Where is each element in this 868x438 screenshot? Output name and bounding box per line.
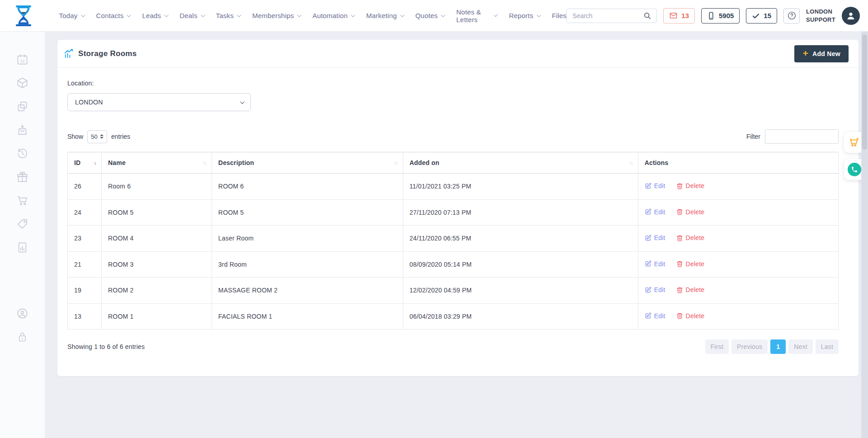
sidebar-item-purchases[interactable] <box>16 124 28 136</box>
sidebar-item-rooms[interactable] <box>16 100 28 113</box>
nav-label: Deals <box>179 12 197 19</box>
nav-item-memberships[interactable]: Memberships <box>252 12 300 19</box>
nav-item-automation[interactable]: Automation <box>312 12 354 19</box>
delete-button[interactable]: Delete <box>676 286 705 293</box>
delete-button[interactable]: Delete <box>676 260 705 268</box>
chevron-down-icon <box>164 13 169 17</box>
nav-item-today[interactable]: Today <box>59 12 84 19</box>
cell-id: 23 <box>68 226 102 252</box>
pagination-previous[interactable]: Previous <box>731 339 768 354</box>
delete-button[interactable]: Delete <box>676 312 705 320</box>
nav-label: Files <box>552 12 567 19</box>
trash-icon <box>676 183 683 189</box>
sidebar-item-account[interactable] <box>16 307 28 320</box>
delete-label: Delete <box>686 234 705 241</box>
help-button[interactable] <box>783 8 800 24</box>
chevron-down-icon <box>400 13 405 17</box>
pagination-page-1[interactable]: 1 <box>770 339 786 354</box>
sidebar-item-history[interactable] <box>16 147 28 160</box>
sidebar-item-shop[interactable] <box>16 194 28 207</box>
cell-description: MASSAGE ROOM 2 <box>212 278 403 304</box>
table-row: 19ROOM 2MASSAGE ROOM 212/02/2020 04:59 P… <box>68 278 839 304</box>
cell-actions: EditDelete <box>638 251 838 278</box>
edit-button[interactable]: Edit <box>645 234 665 241</box>
sidebar-item-security[interactable] <box>16 331 28 343</box>
search-button[interactable] <box>642 10 653 21</box>
edit-icon <box>645 208 651 215</box>
table-row: 26Room 6ROOM 611/01/2021 03:25 PMEditDel… <box>68 174 839 200</box>
sidebar-item-reports[interactable] <box>16 241 28 254</box>
sidebar-item-gift-cards[interactable] <box>16 171 28 183</box>
cell-name: ROOM 1 <box>102 303 212 330</box>
scrollbar-thumb[interactable] <box>862 34 867 150</box>
envelope-icon <box>669 11 678 20</box>
cell-name: Room 6 <box>102 174 212 200</box>
nav-item-notes-letters[interactable]: Notes & Letters <box>456 8 496 24</box>
vertical-scrollbar[interactable] <box>861 32 868 438</box>
edit-button[interactable]: Edit <box>645 208 665 216</box>
report-icon <box>16 241 28 254</box>
tasks-count: 15 <box>764 12 771 19</box>
user-name-line1: LONDON <box>806 8 835 16</box>
location-select[interactable]: LONDON <box>67 93 251 111</box>
page-length-value: 50 <box>91 133 97 140</box>
nav-item-contacts[interactable]: Contacts <box>96 12 130 19</box>
cell-id: 26 <box>68 174 102 200</box>
tasks-badge[interactable]: 15 <box>746 8 777 24</box>
nav-item-reports[interactable]: Reports <box>509 12 540 19</box>
avatar[interactable] <box>842 7 860 25</box>
nav-label: Leads <box>142 12 161 19</box>
edit-label: Edit <box>654 312 665 320</box>
delete-button[interactable]: Delete <box>676 234 705 241</box>
edit-label: Edit <box>654 260 665 268</box>
delete-button[interactable]: Delete <box>676 182 705 189</box>
column-header-description[interactable]: Description↑↓ <box>212 152 403 174</box>
trash-icon <box>676 312 683 319</box>
column-header-id[interactable]: ID↑↓ <box>68 152 102 174</box>
main-content: Storage Rooms + Add New Location: LONDON… <box>45 32 868 438</box>
nav-item-deals[interactable]: Deals <box>179 12 203 19</box>
pagination-last[interactable]: Last <box>816 339 839 354</box>
extension-badge[interactable]: 5905 <box>701 8 740 24</box>
nav-item-files[interactable]: Files <box>552 12 567 19</box>
nav-item-quotes[interactable]: Quotes <box>415 12 444 19</box>
cell-added-on: 27/11/2020 07:13 PM <box>403 199 638 226</box>
entries-label: entries <box>111 133 130 140</box>
messages-count: 13 <box>681 12 689 19</box>
nav-item-marketing[interactable]: Marketing <box>366 12 403 19</box>
nav-item-tasks[interactable]: Tasks <box>216 12 240 19</box>
filter-input[interactable] <box>765 129 839 144</box>
phone-icon <box>851 166 858 173</box>
extension-number: 5905 <box>719 12 734 19</box>
table-controls: Show 50 entries Filter <box>67 129 839 144</box>
edit-button[interactable]: Edit <box>645 312 665 320</box>
add-new-button[interactable]: + Add New <box>794 45 849 62</box>
edit-button[interactable]: Edit <box>645 286 665 293</box>
messages-badge[interactable]: 13 <box>663 8 695 24</box>
column-header-added-on[interactable]: Added on↑↓ <box>403 152 638 174</box>
gift-icon <box>16 171 28 183</box>
column-header-name[interactable]: Name↑↓ <box>102 152 212 174</box>
pagination-next[interactable]: Next <box>788 339 813 354</box>
pagination-first[interactable]: First <box>705 339 729 354</box>
cell-description: ROOM 5 <box>212 199 403 226</box>
chevron-down-icon <box>237 13 241 17</box>
cell-id: 13 <box>68 303 102 330</box>
plus-icon: + <box>802 48 808 58</box>
entries-summary: Showing 1 to 6 of 6 entries <box>67 343 145 350</box>
sidebar-item-discounts[interactable] <box>16 218 28 230</box>
search-input[interactable] <box>572 12 642 19</box>
edit-button[interactable]: Edit <box>645 182 665 189</box>
sidebar-item-calendar[interactable]: 12 <box>16 53 28 66</box>
cell-actions: EditDelete <box>638 303 838 330</box>
edit-label: Edit <box>654 208 665 216</box>
page-length-select[interactable]: 50 <box>87 130 107 143</box>
app-logo[interactable] <box>12 4 36 28</box>
sidebar-item-products[interactable] <box>16 77 28 89</box>
edit-button[interactable]: Edit <box>645 260 665 268</box>
table-header-row: ID↑↓ Name↑↓ Description↑↓ Added on↑↓ Act… <box>68 152 839 174</box>
delete-button[interactable]: Delete <box>676 208 705 216</box>
global-search <box>566 9 657 23</box>
nav-item-leads[interactable]: Leads <box>142 12 167 19</box>
price-tag-icon <box>16 218 28 230</box>
